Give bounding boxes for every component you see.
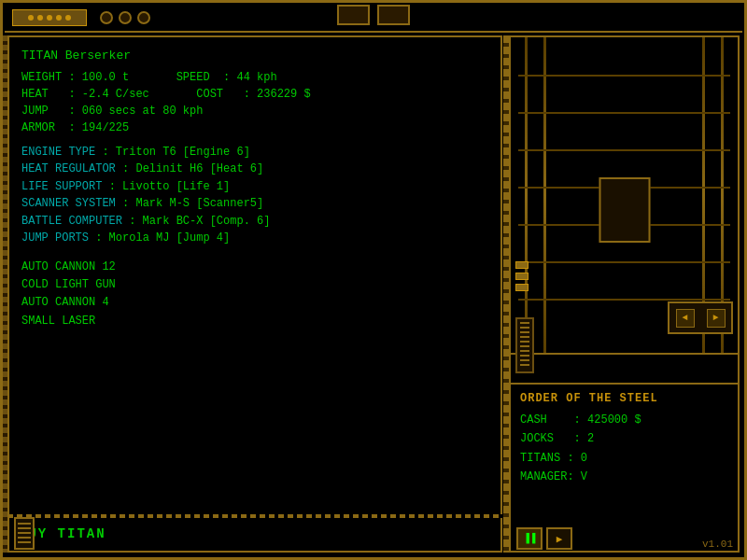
conn-block-inner — [520, 322, 529, 369]
rung-7 — [518, 299, 730, 301]
track-2 — [543, 37, 546, 353]
stat-heat: HEAT : -2.4 C/sec COST : 236229 $ — [21, 86, 488, 103]
weapon-3: AUTO CANNON 4 — [21, 294, 488, 312]
system-scanner: SCANNER SYSTEM : Mark M-S [Scanner5] — [21, 195, 488, 213]
weapon-2: COLD LIGHT GUN — [21, 276, 488, 294]
small-conn-3 — [515, 284, 529, 291]
dot-2 — [37, 15, 43, 21]
system-engine: ENGINE TYPE : Triton T6 [Engine 6] — [21, 144, 488, 161]
bottom-controls[interactable]: ▐▐ ▶ — [516, 527, 572, 550]
right-mech-display: ◄ ► — [511, 37, 738, 355]
rung-6 — [518, 261, 730, 263]
outer-frame: TITAN Berserker WEIGHT : 100.0 t SPEED :… — [0, 0, 747, 560]
vent-left — [337, 5, 370, 25]
order-cash: CASH : 425000 $ — [520, 411, 728, 429]
rung-3 — [518, 149, 730, 151]
right-panel: ◄ ► ORDER OF THE STEEL CASH : 425000 $ — [509, 35, 740, 553]
systems-section: ENGINE TYPE : Triton T6 [Engine 6] HEAT … — [21, 144, 488, 248]
system-life: LIFE SUPPORT : Livotto [Life 1] — [21, 178, 488, 196]
dot-5 — [65, 15, 71, 21]
rung-1 — [518, 75, 730, 77]
dot-4 — [56, 15, 62, 21]
h-strip — [7, 514, 502, 518]
bottom-left-connector — [14, 517, 35, 550]
rung-2 — [518, 112, 730, 114]
system-heat-reg: HEAT REGULATOR : Delinit H6 [Heat 6] — [21, 161, 488, 178]
pause-button[interactable]: ▐▐ — [516, 527, 543, 550]
connector-strip-inner — [18, 523, 31, 545]
small-conn-1 — [515, 261, 529, 269]
weapon-4: SMALL LASER — [21, 313, 488, 330]
order-jocks: JOCKS : 2 — [520, 429, 728, 448]
decoration-dots — [28, 15, 71, 21]
buy-area[interactable]: BUY TITAN — [9, 515, 500, 551]
right-left-connectors — [515, 261, 529, 291]
circle-2 — [119, 11, 132, 24]
titan-title: TITAN Berserker — [21, 47, 488, 65]
dot-3 — [47, 15, 52, 21]
top-circles — [100, 11, 150, 24]
order-stats: CASH : 425000 $ JOCKS : 2 TITANS : 0 MAN… — [511, 409, 738, 489]
order-titans: TITANS : 0 — [520, 449, 728, 468]
stat-armor: ARMOR : 194/225 — [21, 119, 488, 136]
conn-btn-right[interactable]: ► — [707, 309, 726, 328]
system-jump: JUMP PORTS : Morola MJ [Jump 4] — [21, 230, 488, 247]
conn-block-left — [515, 317, 534, 373]
track-1 — [525, 37, 528, 353]
system-battle-comp: BATTLE COMPUTER : Mark BC-X [Comp. 6] — [21, 213, 488, 231]
vent-right — [377, 5, 410, 25]
stats-section: WEIGHT : 100.0 t SPEED : 44 kph HEAT : -… — [21, 69, 488, 136]
stat-weight: WEIGHT : 100.0 t SPEED : 44 kph — [21, 69, 488, 86]
forward-button[interactable]: ▶ — [546, 527, 572, 550]
version-text: v1.01 — [702, 539, 733, 550]
stat-jump: JUMP : 060 secs at 80 kph — [21, 103, 488, 119]
dot-1 — [28, 15, 34, 21]
small-conn-2 — [515, 273, 529, 280]
main-content: TITAN Berserker WEIGHT : 100.0 t SPEED :… — [14, 42, 496, 513]
order-manager: MANAGER: V — [520, 468, 728, 486]
order-panel: ORDER OF THE STEEL CASH : 425000 $ JOCKS… — [511, 383, 738, 551]
top-vents — [337, 5, 410, 25]
circle-3 — [137, 11, 150, 24]
center-mech-box — [599, 177, 650, 243]
order-title: ORDER OF THE STEEL — [511, 385, 738, 409]
connector-widget[interactable]: ◄ ► — [668, 301, 733, 334]
weapons-section: AUTO CANNON 12 COLD LIGHT GUN AUTO CANNO… — [21, 259, 488, 330]
circle-1 — [100, 11, 113, 24]
top-decoration-left — [12, 9, 87, 26]
conn-btn-left[interactable]: ◄ — [676, 309, 695, 328]
weapon-1: AUTO CANNON 12 — [21, 259, 488, 276]
left-panel: TITAN Berserker WEIGHT : 100.0 t SPEED :… — [7, 35, 502, 553]
